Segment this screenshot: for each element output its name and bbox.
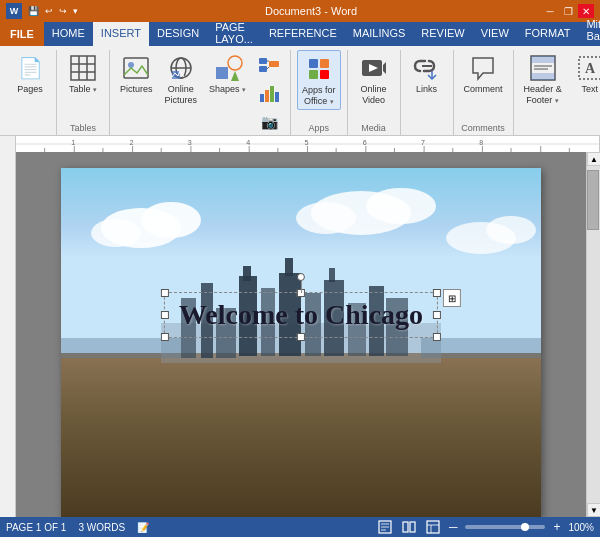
svg-rect-26 bbox=[320, 70, 329, 79]
tab-design[interactable]: DESIGN bbox=[149, 22, 207, 46]
status-right: ─ + 100% bbox=[377, 519, 594, 535]
chart-button[interactable] bbox=[254, 79, 284, 107]
apps-group-label: Apps bbox=[297, 123, 341, 135]
word-icon: W bbox=[6, 3, 22, 19]
links-group-content: Links bbox=[407, 50, 447, 133]
table-button[interactable]: Table ▾ bbox=[63, 50, 103, 97]
table-label: Table ▾ bbox=[69, 84, 97, 95]
apps-office-icon bbox=[303, 53, 335, 85]
comment-icon bbox=[467, 52, 499, 84]
text-group-label bbox=[520, 133, 600, 135]
comments-group-content: Comment bbox=[460, 50, 507, 123]
svg-rect-70 bbox=[61, 353, 541, 517]
read-mode-btn[interactable] bbox=[401, 519, 417, 535]
scroll-up-btn[interactable]: ▲ bbox=[587, 152, 600, 166]
comment-label: Comment bbox=[464, 84, 503, 95]
user-name[interactable]: Mitch Bar... bbox=[578, 14, 600, 46]
shapes-label: Shapes ▾ bbox=[209, 84, 246, 95]
svg-rect-20 bbox=[265, 90, 269, 102]
screenshot-button[interactable]: 📷 bbox=[254, 108, 284, 136]
document-page: ⊞ Welcome to Chicago bbox=[61, 168, 541, 517]
svg-point-72 bbox=[141, 202, 201, 238]
svg-line-18 bbox=[267, 67, 269, 69]
comments-group-label: Comments bbox=[460, 123, 507, 135]
text-group-content: Header &Footer ▾ A Text Ω Symbols bbox=[520, 50, 600, 133]
tab-review[interactable]: REVIEW bbox=[413, 22, 472, 46]
print-layout-btn[interactable] bbox=[377, 519, 393, 535]
comment-button[interactable]: Comment bbox=[460, 50, 507, 97]
ribbon-right: Mitch Bar... ? ─ ❐ ✕ bbox=[578, 14, 600, 46]
vertical-scrollbar[interactable]: ▲ ▼ bbox=[586, 152, 600, 517]
word-count: 3 WORDS bbox=[78, 522, 125, 533]
text-button[interactable]: A Text bbox=[570, 50, 600, 97]
status-bar: PAGE 1 OF 1 3 WORDS 📝 ─ + 100% bbox=[0, 517, 600, 537]
ribbon-group-links: Links bbox=[401, 50, 454, 135]
svg-rect-16 bbox=[269, 61, 279, 67]
svg-rect-95 bbox=[421, 338, 541, 358]
text-label: Text bbox=[581, 84, 598, 95]
online-pictures-button[interactable]: OnlinePictures bbox=[161, 50, 202, 108]
svg-rect-19 bbox=[260, 94, 264, 102]
svg-text:A: A bbox=[585, 61, 596, 76]
media-group-content: OnlineVideo bbox=[354, 50, 394, 123]
illustrations-group-content: Pictures OnlinePictures bbox=[116, 50, 284, 136]
vertical-ruler bbox=[0, 152, 16, 517]
proofread-icon[interactable]: 📝 bbox=[137, 522, 149, 533]
tab-references[interactable]: REFERENCE bbox=[261, 22, 345, 46]
scrollbar-thumb[interactable] bbox=[587, 170, 599, 230]
tab-view[interactable]: VIEW bbox=[473, 22, 517, 46]
undo-qat-btn[interactable]: ↩ bbox=[43, 6, 55, 16]
zoom-in-btn[interactable]: + bbox=[553, 520, 560, 534]
save-qat-btn[interactable]: 💾 bbox=[26, 6, 41, 16]
smartart-button[interactable] bbox=[254, 50, 284, 78]
zoom-thumb[interactable] bbox=[521, 523, 529, 531]
zoom-slider[interactable] bbox=[465, 525, 545, 529]
ribbon-group-illustrations: Pictures OnlinePictures bbox=[110, 50, 291, 135]
svg-point-78 bbox=[486, 216, 536, 244]
tab-file[interactable]: FILE bbox=[0, 22, 44, 46]
ribbon-group-comments: Comment Comments bbox=[454, 50, 514, 135]
scroll-down-btn[interactable]: ▼ bbox=[587, 503, 600, 517]
text-box[interactable]: ⊞ Welcome to Chicago bbox=[164, 292, 438, 338]
ribbon-group-pages: 📄 Pages bbox=[4, 50, 57, 135]
apps-for-office-button[interactable]: Apps forOffice ▾ bbox=[297, 50, 341, 110]
document-scroll[interactable]: ⊞ Welcome to Chicago bbox=[16, 152, 586, 517]
redo-qat-btn[interactable]: ↪ bbox=[57, 6, 69, 16]
svg-rect-21 bbox=[270, 86, 274, 102]
tab-page-layout[interactable]: PAGE LAYO... bbox=[207, 22, 261, 46]
shapes-button[interactable]: Shapes ▾ bbox=[205, 50, 250, 97]
layout-options-btn[interactable]: ⊞ bbox=[443, 289, 461, 307]
tab-insert[interactable]: INSERT bbox=[93, 22, 149, 46]
tab-home[interactable]: HOME bbox=[44, 22, 93, 46]
svg-point-12 bbox=[228, 56, 242, 70]
tab-format[interactable]: FORMAT bbox=[517, 22, 579, 46]
svg-rect-101 bbox=[410, 522, 415, 532]
scrollbar-track[interactable] bbox=[587, 166, 600, 503]
ruler-corner bbox=[0, 136, 16, 152]
document-area: ⊞ Welcome to Chicago ▲ ▼ bbox=[0, 152, 600, 517]
svg-rect-0 bbox=[71, 56, 95, 80]
online-video-button[interactable]: OnlineVideo bbox=[354, 50, 394, 108]
svg-text:1: 1 bbox=[71, 139, 75, 147]
media-group-label: Media bbox=[354, 123, 394, 135]
qat-more-btn[interactable]: ▾ bbox=[71, 6, 80, 16]
restore-btn[interactable]: ❐ bbox=[560, 4, 576, 18]
online-pictures-icon bbox=[165, 52, 197, 84]
ribbon: 📄 Pages Table ▾ Tables bbox=[0, 46, 600, 136]
zoom-level[interactable]: 100% bbox=[568, 522, 594, 533]
tab-mailings[interactable]: MAILINGS bbox=[345, 22, 414, 46]
minimize-btn[interactable]: ─ bbox=[542, 4, 558, 18]
online-video-label: OnlineVideo bbox=[361, 84, 387, 106]
zoom-out-btn[interactable]: ─ bbox=[449, 520, 458, 534]
header-footer-button[interactable]: Header &Footer ▾ bbox=[520, 50, 566, 108]
pictures-button[interactable]: Pictures bbox=[116, 50, 157, 97]
title-bar-left: W 💾 ↩ ↪ ▾ bbox=[6, 3, 80, 19]
svg-rect-25 bbox=[309, 70, 318, 79]
tables-group-content: Table ▾ bbox=[63, 50, 103, 123]
ribbon-group-apps: Apps forOffice ▾ Apps bbox=[291, 50, 348, 135]
web-layout-btn[interactable] bbox=[425, 519, 441, 535]
pages-button[interactable]: 📄 Pages bbox=[10, 50, 50, 97]
svg-text:2: 2 bbox=[130, 139, 134, 147]
links-button[interactable]: Links bbox=[407, 50, 447, 97]
horizontal-ruler: 1 2 3 4 5 6 7 8 bbox=[16, 136, 600, 152]
